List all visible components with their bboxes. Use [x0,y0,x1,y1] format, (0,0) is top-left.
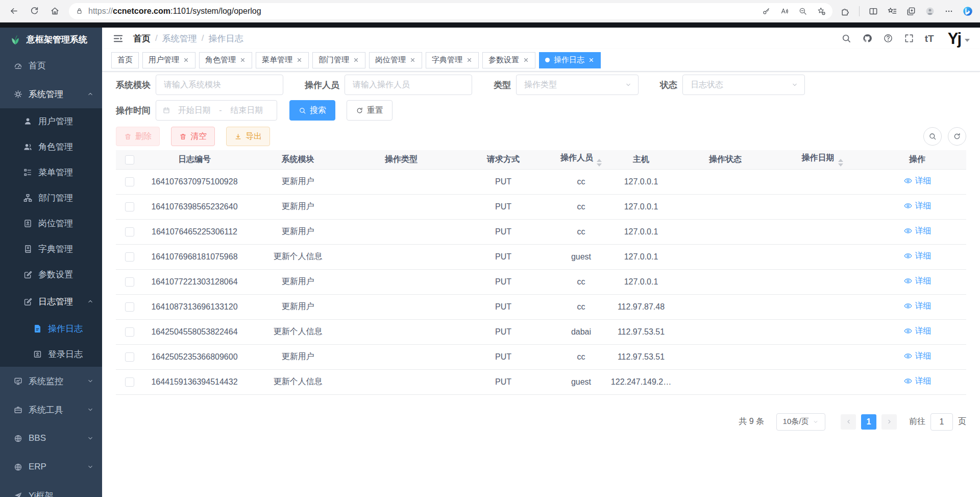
close-icon[interactable] [183,57,189,63]
sidebar-item-login-log[interactable]: 登录日志 [0,341,102,367]
search-button[interactable]: 搜索 [289,100,335,121]
row-checkbox[interactable] [125,227,134,236]
row-checkbox[interactable] [125,377,134,387]
add-favorite-icon[interactable] [817,7,826,16]
sort-icons[interactable] [597,159,602,167]
page-number-button[interactable]: 1 [861,414,876,430]
type-select[interactable]: 操作类型 [516,75,639,95]
detail-link[interactable]: 详细 [903,376,932,387]
detail-link[interactable]: 详细 [903,276,932,287]
browser-home-button[interactable] [46,3,63,20]
sidebar-item-log-mgmt[interactable]: 日志管理 [0,287,102,316]
header-select-all[interactable] [116,150,143,169]
sidebar-item-dept-mgmt[interactable]: 部门管理 [0,185,102,210]
read-aloud-icon[interactable] [780,7,789,16]
close-icon[interactable] [409,57,416,63]
row-checkbox[interactable] [125,352,134,362]
browser-menu-icon[interactable] [944,6,954,16]
sidebar-item-system-mgmt[interactable]: 系统管理 [0,80,102,108]
time-label: 操作时间 [116,105,151,116]
browser-back-button[interactable] [5,3,22,20]
sidebar-item-yi-framework[interactable]: Yi框架 [0,481,102,497]
close-icon[interactable] [296,57,303,63]
detail-link[interactable]: 详细 [903,251,932,262]
tab-param-settings[interactable]: 参数设置 [482,52,535,68]
row-checkbox[interactable] [125,277,134,287]
export-button[interactable]: 导出 [226,127,270,146]
browser-refresh-button[interactable] [26,3,43,20]
split-screen-icon[interactable] [868,6,878,16]
tab-menu-mgmt[interactable]: 菜单管理 [256,52,309,68]
help-icon[interactable] [883,33,893,43]
favorites-icon[interactable] [887,6,897,16]
page-size-select[interactable]: 10条/页 [776,413,825,431]
show-search-toggle-button[interactable] [923,127,942,146]
header-search-icon[interactable] [841,33,851,43]
operator-input[interactable] [345,75,472,95]
sidebar-item-param-settings[interactable]: 参数设置 [0,262,102,287]
breadcrumb-home[interactable]: 首页 [133,33,151,44]
sidebar-item-menu-mgmt[interactable]: 菜单管理 [0,159,102,185]
next-page-button[interactable] [881,414,897,430]
close-icon[interactable] [466,57,473,63]
refresh-table-button[interactable] [948,127,966,146]
sidebar-item-post-mgmt[interactable]: 岗位管理 [0,210,102,236]
sidebar-item-oper-log[interactable]: 操作日志 [0,316,102,341]
detail-link[interactable]: 详细 [903,326,932,337]
hamburger-icon[interactable] [112,33,124,44]
prev-page-button[interactable] [841,414,856,430]
tab-post-mgmt[interactable]: 岗位管理 [369,52,422,68]
detail-link[interactable]: 详细 [903,301,932,312]
detail-link[interactable]: 详细 [903,351,932,362]
tab-user-mgmt[interactable]: 用户管理 [142,52,195,68]
extensions-icon[interactable] [840,6,850,16]
sort-icons[interactable] [838,159,843,167]
profile-avatar-icon[interactable] [925,6,935,16]
sidebar-item-erp[interactable]: ERP [0,453,102,481]
github-icon[interactable] [862,33,872,43]
sidebar-item-dict-mgmt[interactable]: 字典管理 [0,236,102,262]
detail-link[interactable]: 详细 [903,176,932,186]
date-range-picker[interactable]: 开始日期 - 结束日期 [156,100,277,121]
sidebar-item-user-mgmt[interactable]: 用户管理 [0,108,102,134]
app-logo[interactable]: 意框架管理系统 [0,28,102,51]
fullscreen-icon[interactable] [904,33,914,43]
tab-home[interactable]: 首页 [111,52,139,68]
collections-icon[interactable] [906,6,916,16]
module-input[interactable] [156,75,283,95]
delete-button[interactable]: 删除 [116,127,160,146]
row-checkbox[interactable] [125,177,134,186]
tab-role-mgmt[interactable]: 角色管理 [199,52,252,68]
row-checkbox[interactable] [125,252,134,262]
select-all-checkbox[interactable] [125,155,134,164]
tab-dict-mgmt[interactable]: 字典管理 [426,52,479,68]
sidebar-item-system-monitor[interactable]: 系统监控 [0,367,102,395]
row-checkbox[interactable] [125,327,134,337]
close-icon[interactable] [239,57,246,63]
close-icon[interactable] [353,57,359,63]
sidebar-item-role-mgmt[interactable]: 角色管理 [0,134,102,159]
sidebar-item-system-tools[interactable]: 系统工具 [0,395,102,424]
tab-oper-log[interactable]: 操作日志 [539,52,601,68]
font-size-icon[interactable]: tT [925,34,934,43]
address-bar[interactable]: https://ccnetcore.com:1101/system/log/op… [68,3,833,20]
sidebar-item-bbs[interactable]: BBS [0,424,102,453]
password-key-icon[interactable] [762,7,771,16]
detail-link[interactable]: 详细 [903,201,932,211]
clear-button[interactable]: 清空 [171,127,215,146]
sidebar-item-home[interactable]: 首页 [0,51,102,80]
tab-dept-mgmt[interactable]: 部门管理 [312,52,365,68]
status-select[interactable]: 日志状态 [682,75,805,95]
close-icon[interactable] [588,57,595,63]
row-checkbox[interactable] [125,202,134,211]
reset-button[interactable]: 重置 [347,100,393,121]
close-icon[interactable] [523,57,529,63]
zoom-out-icon[interactable] [798,7,807,16]
detail-link[interactable]: 详细 [903,226,932,236]
col-date[interactable]: 操作日期 [776,150,868,169]
col-operator[interactable]: 操作人员 [554,150,608,169]
goto-page-input[interactable] [930,413,953,431]
row-checkbox[interactable] [125,302,134,312]
bing-chat-icon[interactable] [963,6,973,16]
user-avatar[interactable]: Yj [948,31,970,46]
